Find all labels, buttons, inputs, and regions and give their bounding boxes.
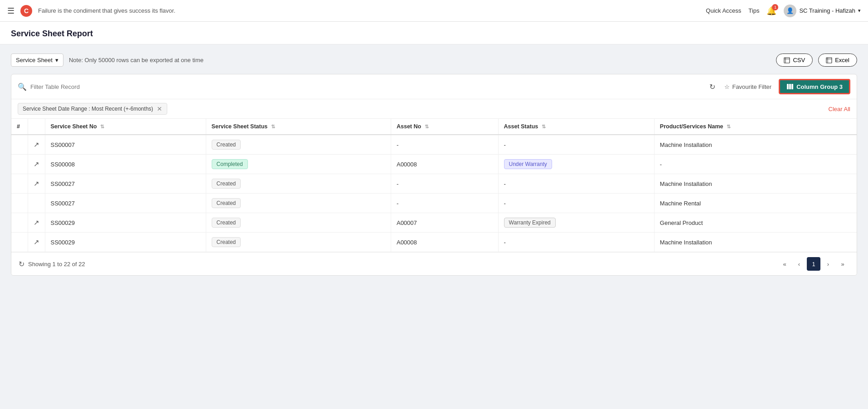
user-menu[interactable]: 👤 SC Training - Hafizah ▾ — [784, 5, 861, 17]
svg-rect-2 — [784, 58, 790, 63]
dropdown-label: Service Sheet — [16, 57, 53, 63]
table-header-row: # Service Sheet No ⇅ Service Sheet Statu… — [11, 119, 857, 135]
refresh-filter-icon[interactable]: ↻ — [708, 81, 717, 93]
svg-rect-8 — [787, 84, 789, 89]
page-header: Service Sheet Report — [0, 22, 868, 44]
col-header-asset-no[interactable]: Asset No ⇅ — [391, 119, 498, 135]
cell-ss-no: SS00027 — [45, 174, 206, 194]
cell-ss-no: SS00008 — [45, 155, 206, 174]
external-link-icon[interactable]: ↗ — [34, 160, 39, 168]
cell-ss-no: SS00007 — [45, 135, 206, 155]
note-text: Note: Only 50000 rows can be exported at… — [69, 57, 771, 63]
row-link-cell — [28, 194, 45, 213]
prev-page-button[interactable]: ‹ — [792, 257, 806, 271]
row-num-cell — [11, 135, 28, 155]
cell-asset-status: - — [498, 135, 654, 155]
sort-icon-asset-status: ⇅ — [542, 124, 546, 129]
table-row: ↗SS00008CompletedA00008Under Warranty- — [11, 155, 857, 174]
cell-asset-status: - — [498, 194, 654, 213]
svg-rect-5 — [826, 58, 832, 63]
fav-filter-label: Favourite Filter — [732, 83, 771, 90]
last-page-button[interactable]: » — [836, 257, 849, 271]
external-link-icon[interactable]: ↗ — [34, 238, 39, 246]
table-footer: ↻ Showing 1 to 22 of 22 « ‹ 1 › » — [11, 252, 857, 275]
row-link-cell[interactable]: ↗ — [28, 135, 45, 155]
page-title: Service Sheet Report — [11, 29, 857, 39]
status-badge: Created — [212, 237, 241, 247]
tagline-text: Failure is the condiment that gives succ… — [38, 7, 175, 14]
brand-logo: C — [20, 5, 33, 17]
star-icon: ☆ — [724, 83, 730, 90]
search-input[interactable] — [30, 83, 704, 90]
status-badge: Created — [212, 198, 241, 208]
user-name-label: SC Training - Hafizah — [799, 7, 855, 14]
dropdown-chevron-icon: ▾ — [55, 57, 58, 63]
filter-tag-text: Service Sheet Date Range : Most Recent (… — [23, 106, 153, 112]
tips-button[interactable]: Tips — [748, 7, 759, 14]
active-filters-row: Service Sheet Date Range : Most Recent (… — [11, 99, 857, 119]
external-link-icon[interactable]: ↗ — [34, 141, 39, 148]
status-badge: Created — [212, 218, 241, 228]
first-page-button[interactable]: « — [778, 257, 791, 271]
row-link-cell[interactable]: ↗ — [28, 155, 45, 174]
col-header-link — [28, 119, 45, 135]
notification-icon[interactable]: 🔔 1 — [766, 6, 776, 16]
sort-icon-ss-no: ⇅ — [100, 124, 104, 129]
col-header-product-name[interactable]: Product/Services Name ⇅ — [654, 119, 857, 135]
cell-asset-no: - — [391, 174, 498, 194]
cell-ss-status: Created — [206, 233, 391, 252]
csv-export-button[interactable]: CSV — [776, 54, 813, 67]
cell-product-name: General Product — [654, 213, 857, 233]
avatar: 👤 — [784, 5, 796, 17]
main-content: Service Sheet ▾ Note: Only 50000 rows ca… — [0, 44, 868, 285]
active-filter-tag: Service Sheet Date Range : Most Recent (… — [18, 103, 167, 115]
quick-access-button[interactable]: Quick Access — [706, 7, 741, 14]
service-sheet-dropdown[interactable]: Service Sheet ▾ — [11, 54, 63, 67]
cell-asset-no: A00008 — [391, 233, 498, 252]
row-link-cell[interactable]: ↗ — [28, 213, 45, 233]
excel-icon — [826, 57, 832, 63]
row-link-cell[interactable]: ↗ — [28, 233, 45, 252]
row-link-cell[interactable]: ↗ — [28, 174, 45, 194]
asset-status-badge: Warranty Expired — [504, 218, 556, 228]
sort-icon-ss-status: ⇅ — [271, 124, 275, 129]
cell-ss-status: Created — [206, 194, 391, 213]
filter-tag-close-icon[interactable]: ✕ — [157, 105, 162, 112]
col-header-asset-status[interactable]: Asset Status ⇅ — [498, 119, 654, 135]
cell-asset-no: A00007 — [391, 213, 498, 233]
menu-icon[interactable]: ☰ — [7, 6, 15, 16]
next-page-button[interactable]: › — [821, 257, 835, 271]
clear-all-button[interactable]: Clear All — [829, 106, 850, 112]
external-link-icon[interactable]: ↗ — [34, 219, 39, 226]
cell-ss-no: SS00029 — [45, 233, 206, 252]
asset-status-badge: Under Warranty — [504, 159, 552, 169]
col-header-ss-no[interactable]: Service Sheet No ⇅ — [45, 119, 206, 135]
cell-asset-status: - — [498, 174, 654, 194]
svg-text:C: C — [24, 7, 29, 15]
svg-rect-10 — [791, 84, 793, 89]
cell-asset-no: - — [391, 194, 498, 213]
refresh-footer-icon[interactable]: ↻ — [19, 260, 24, 268]
sort-icon-product-name: ⇅ — [727, 124, 731, 129]
column-group-label: Column Group 3 — [796, 83, 843, 90]
excel-export-button[interactable]: Excel — [818, 54, 857, 67]
notification-badge: 1 — [772, 4, 778, 10]
csv-icon — [784, 57, 790, 63]
favourite-filter-button[interactable]: ☆ Favourite Filter — [721, 82, 775, 92]
row-num-cell — [11, 194, 28, 213]
cell-product-name: - — [654, 155, 857, 174]
cell-asset-status: Warranty Expired — [498, 213, 654, 233]
current-page-button[interactable]: 1 — [807, 257, 820, 271]
row-num-cell — [11, 213, 28, 233]
col-header-ss-status[interactable]: Service Sheet Status ⇅ — [206, 119, 391, 135]
column-group-icon — [786, 83, 794, 90]
cell-asset-status: Under Warranty — [498, 155, 654, 174]
cell-ss-status: Completed — [206, 155, 391, 174]
cell-asset-no: A00008 — [391, 155, 498, 174]
cell-ss-no: SS00027 — [45, 194, 206, 213]
row-num-cell — [11, 155, 28, 174]
top-navigation: ☰ C Failure is the condiment that gives … — [0, 0, 868, 22]
external-link-icon[interactable]: ↗ — [34, 180, 39, 187]
column-group-button[interactable]: Column Group 3 — [779, 79, 850, 94]
table-row: SS00027Created--Machine Rental — [11, 194, 857, 213]
